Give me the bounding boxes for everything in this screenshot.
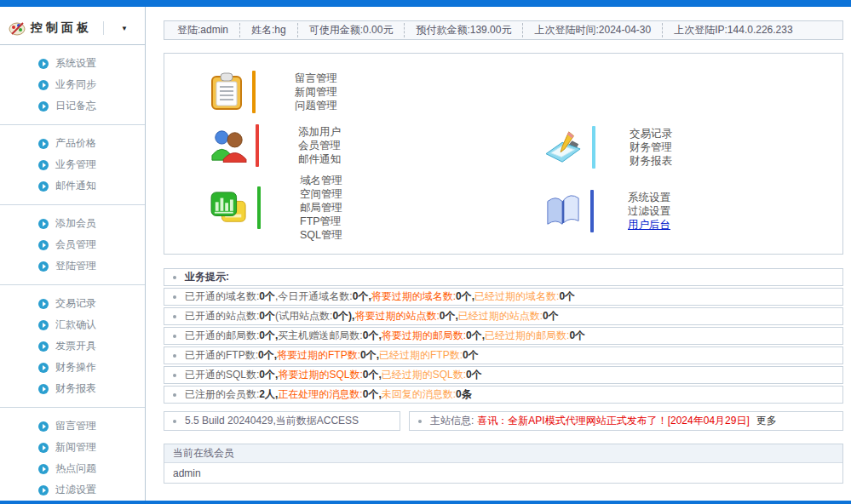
arrow-circle-icon [38,181,49,192]
users-icon[interactable] [210,129,247,163]
sidebar-item-message-management[interactable]: 留言管理 [38,415,145,437]
sidebar-item-finance-reports[interactable]: 财务报表 [38,378,145,399]
tip-segment: 0个, [363,387,382,402]
tip-segment: 2人, [259,387,278,402]
arrow-circle-icon [38,443,49,453]
tip-segment: 已经过期的站点数: [458,309,543,324]
tip-row-sites: 已开通的站点数:0个(试用站点数:0个),将要过期的站点数:0个,已经过期的站点… [164,307,843,325]
tip-segment: 0个 [559,289,575,304]
sidebar-item-label: 日记备忘 [55,99,96,113]
tip-row-ftp: 已开通的FTP数:0个,将要过期的FTP数:0个,已经过期的FTP数:0个 [164,346,843,364]
shortcut-links: 域名管理 空间管理 邮局管理 FTP管理 SQL管理 [300,174,342,242]
login-info-bar: 登陆:admin 姓名:hg 可使用金额:0.00元 预付款金额:139.00元… [164,20,843,40]
tip-segment: 0个, [259,368,278,382]
prepaid-balance: 预付款金额:139.00元 [404,23,522,37]
tip-segment: 0个, [363,368,382,382]
shortcut-transaction-records[interactable]: 交易记录 [630,127,672,140]
shortcut-mail-notify[interactable]: 邮件通知 [298,152,341,166]
sidebar-item-diary-memo[interactable]: 日记备忘 [38,95,145,117]
sidebar-item-remittance-confirm[interactable]: 汇款确认 [38,314,145,335]
bullet-icon [173,276,176,279]
arrow-circle-icon [38,219,49,229]
sidebar-group: 交易记录 汇款确认 发票开具 财务操作 财务报表 [0,285,145,408]
arrow-circle-icon [38,363,49,373]
sidebar-item-business-sync[interactable]: 业务同步 [38,74,145,95]
tip-segment: 将要过期的SQL数: [278,368,362,382]
shortcut-mailbox-management[interactable]: 邮局管理 [300,201,342,215]
shortcut-finance-management[interactable]: 财务管理 [630,140,672,154]
shortcut-question-management[interactable]: 问题管理 [295,99,337,112]
chart-icon[interactable] [210,191,249,225]
tip-segment: 0个 [466,368,482,382]
sidebar-item-news-management[interactable]: 新闻管理 [38,437,145,458]
tip-segment: 已开通的域名数: [185,289,259,304]
shortcut-block-members: 添加用户 会员管理 邮件通知 [210,124,341,167]
version-info-box: 5.5 Build 20240429,当前数据ACCESS [164,411,400,431]
sidebar-item-finance-operations[interactable]: 财务操作 [38,357,145,378]
sidebar-item-label: 会员管理 [55,238,96,252]
bullet-icon [173,335,176,338]
clipboard-icon[interactable] [210,72,244,112]
tip-segment: 0个, [353,289,371,304]
version-text: 5.5 Build 20240429,当前数据ACCESS [185,414,359,428]
sidebar-item-add-member[interactable]: 添加会员 [38,213,145,234]
book-icon[interactable] [544,193,582,229]
tip-segment: 将要过期的FTP数: [277,348,360,363]
shortcut-news-management[interactable]: 新闻管理 [295,85,337,99]
tip-segment: 0个 [259,289,275,304]
tip-segment: 0个, [456,289,474,304]
shortcut-hosting-management[interactable]: 空间管理 [300,187,342,201]
tip-row-members: 已注册的会员数:2人,正在处理的消息数:0个,未回复的消息数:0条 [164,386,843,404]
shortcut-add-user[interactable]: 添加用户 [298,125,341,139]
shortcut-links: 留言管理 新闻管理 问题管理 [295,72,337,112]
arrow-circle-icon [38,139,49,149]
tip-segment: 0个, [440,309,458,324]
shortcut-filter-settings[interactable]: 过滤设置 [628,204,670,218]
shortcut-links: 系统设置 过滤设置 用户后台 [628,191,670,232]
shortcut-domain-management[interactable]: 域名管理 [300,174,342,187]
shortcut-sql-management[interactable]: SQL管理 [300,228,342,242]
shortcut-finance-reports[interactable]: 财务报表 [630,154,672,168]
tip-segment: 已经过期的邮局数: [485,329,569,343]
bullet-icon [173,354,176,358]
sidebar-item-mail-notify[interactable]: 邮件通知 [38,175,145,197]
usable-balance: 可使用金额:0.00元 [297,23,405,37]
tip-row-sql: 已开通的SQL数:0个,将要过期的SQL数:0个,已经过期的SQL数:0个 [164,366,843,384]
sidebar-item-business-management[interactable]: 业务管理 [38,154,145,175]
sidebar-group: 产品价格 业务管理 邮件通知 [0,125,145,205]
sidebar-item-login-management[interactable]: 登陆管理 [38,255,145,277]
shortcut-user-backend-link[interactable]: 用户后台 [628,218,670,232]
shortcut-ftp-management[interactable]: FTP管理 [300,215,342,228]
more-link[interactable]: 更多 [756,414,777,428]
status-row: 5.5 Build 20240429,当前数据ACCESS 主站信息: 喜讯：全… [164,411,843,431]
business-tips-header: 业务提示: [164,268,843,286]
sidebar-item-hot-questions[interactable]: 热点问题 [38,458,145,479]
accent-bar-cyan [592,126,595,169]
tip-segment: 0个 [569,329,585,343]
online-members-title: 当前在线会员 [173,446,234,461]
tip-segment: 已经过期的域名数: [474,289,559,304]
sidebar-item-label: 财务操作 [55,360,96,375]
sidebar-item-label: 交易记录 [55,296,96,311]
shortcut-links: 添加用户 会员管理 邮件通知 [298,125,341,166]
sidebar-title: 控制面板 [31,20,92,36]
shortcut-message-management[interactable]: 留言管理 [295,72,337,85]
tip-segment: 买主机赠送邮局数: [278,329,362,343]
shortcut-member-management[interactable]: 会员管理 [298,139,341,152]
sidebar-header: 控制面板 ▼ [0,20,145,45]
sidebar-item-member-management[interactable]: 会员管理 [38,234,145,255]
tip-segment: 0个, [259,329,278,343]
tablet-pen-icon[interactable] [544,129,584,165]
arrow-circle-icon [38,320,49,330]
shortcut-system-settings[interactable]: 系统设置 [628,191,670,204]
tip-segment: 0个, [360,348,379,363]
sidebar-item-filter-settings[interactable]: 过滤设置 [38,479,145,501]
sidebar-item-system-settings[interactable]: 系统设置 [38,53,145,74]
tip-segment: 0条 [456,387,472,402]
sidebar-item-transaction-records[interactable]: 交易记录 [38,293,145,314]
shortcuts-panel: 留言管理 新闻管理 问题管理 添加用户 会员管理 邮件通知 [164,53,843,255]
sidebar-item-label: 产品价格 [55,136,96,151]
sidebar-item-invoice-issue[interactable]: 发票开具 [38,335,145,357]
chevron-down-icon[interactable]: ▼ [121,25,128,32]
sidebar-item-product-prices[interactable]: 产品价格 [38,133,145,154]
